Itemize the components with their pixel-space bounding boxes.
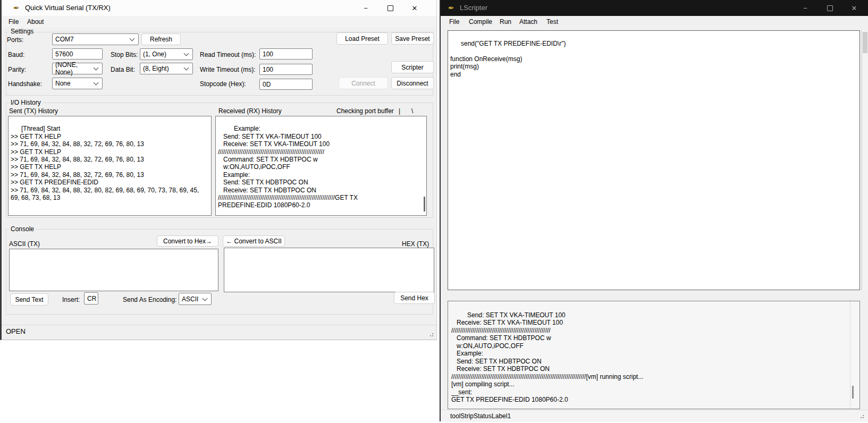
encoding-value: ASCII [182, 295, 198, 303]
load-preset-button[interactable]: Load Preset [336, 32, 388, 45]
tx-history-label: Sent (TX) History [9, 107, 58, 115]
ports-label: Ports: [7, 36, 23, 44]
parity-label: Parity: [8, 66, 26, 73]
write-timeout-input[interactable]: 100 [259, 64, 313, 75]
statusbar-separator [2, 325, 439, 325]
close-button[interactable]: ✕ [842, 0, 866, 16]
scripter-button[interactable]: Scripter [391, 61, 434, 73]
editor-scrollbar-track[interactable] [862, 30, 868, 290]
close-button[interactable]: ✕ [402, 0, 427, 16]
window-quick-virtual-serial: ✒ Quick Virtual Serial (TX/RX) − ✕ File … [0, 0, 437, 340]
script-output-text: Send: SET TX VKA-TIMEOUT 100 Receive: SE… [451, 311, 643, 404]
rx-scrollbar-thumb[interactable] [424, 197, 425, 212]
chevron-down-icon [94, 65, 99, 71]
disconnect-button[interactable]: Disconnect [391, 77, 434, 89]
connect-button[interactable]: Connect [339, 77, 388, 89]
resize-grip[interactable] [430, 335, 431, 336]
convert-to-hex-button[interactable]: Convert to Hex→ [157, 235, 218, 247]
menu-attach[interactable]: Attach [519, 16, 537, 28]
handshake-label: Handshake: [8, 80, 42, 88]
console-group-label: Console [9, 225, 36, 233]
menubar: File Compile Run Attach Test [441, 16, 868, 28]
minimize-button[interactable]: − [353, 0, 378, 16]
ascii-tx-textarea[interactable] [9, 249, 218, 291]
spinner-char-2: \ [411, 107, 413, 115]
maximize-button[interactable] [378, 0, 402, 16]
tool-strip-status-label: toolStripStatusLabel1 [450, 412, 511, 420]
ascii-tx-label: ASCII (TX) [9, 240, 40, 248]
menu-about[interactable]: About [27, 16, 44, 28]
tx-history-text: [Thread] Start >> GET TX HELP >> 71, 69,… [11, 125, 201, 201]
hex-tx-textarea[interactable] [224, 248, 434, 292]
write-timeout-label: Write Timeout (ms): [200, 66, 255, 73]
chevron-down-icon [184, 51, 189, 56]
stop-bits-select[interactable]: (1, One) [140, 48, 193, 60]
menu-file[interactable]: File [449, 16, 459, 28]
menubar: File About [2, 16, 436, 28]
menu-file[interactable]: File [9, 16, 19, 28]
output-scrollbar-thumb[interactable] [852, 386, 854, 399]
window-title: LScripter [460, 4, 487, 12]
rx-history-box[interactable]: Example: Send: SET TX VKA-TIMEOUT 100 Re… [215, 116, 427, 216]
parity-value: (NONE, None) [55, 61, 94, 76]
script-editor[interactable]: send("GET TX PREDEFINE-EDID\r") function… [448, 30, 860, 290]
rx-history-text: Example: Send: SET TX VKA-TIMEOUT 100 Re… [218, 125, 358, 209]
spinner-char-1: | [399, 107, 400, 115]
handshake-value: None [55, 80, 71, 87]
save-preset-button[interactable]: Save Preset [391, 32, 434, 45]
menu-compile[interactable]: Compile [469, 16, 492, 28]
refresh-button[interactable]: Refresh [141, 33, 181, 45]
chevron-down-icon [94, 80, 99, 86]
convert-to-ascii-button[interactable]: ← Convert to ASCII [223, 235, 285, 247]
data-bit-select[interactable]: (8, Eight) [140, 63, 193, 74]
ports-select[interactable]: COM7 [52, 33, 139, 45]
editor-scrollbar-thumb[interactable] [863, 32, 867, 53]
data-bit-label: Data Bit: [111, 66, 135, 73]
send-text-button[interactable]: Send Text [10, 293, 48, 306]
tx-history-box[interactable]: [Thread] Start >> GET TX HELP >> 71, 69,… [8, 116, 212, 216]
window-title: Quick Virtual Serial (TX/RX) [25, 4, 111, 12]
rx-buffer-status: Checking port buffer [336, 107, 394, 115]
app-pen-icon: ✒ [13, 4, 20, 12]
menu-run[interactable]: Run [500, 16, 511, 28]
read-timeout-label: Read Timeout (ms): [200, 51, 256, 58]
output-scrollbar-divider [850, 301, 850, 409]
send-as-encoding-label: Send As Encoding: [123, 296, 176, 303]
menu-test[interactable]: Test [546, 16, 558, 28]
baud-label: Baud: [8, 51, 24, 58]
stop-bits-label: Stop Bits: [111, 51, 138, 58]
io-history-group-label: I/O History [9, 99, 43, 106]
port-status-text: OPEN [6, 328, 26, 335]
statusbar: toolStripStatusLabel1 [441, 410, 868, 422]
ports-value: COM7 [55, 36, 74, 43]
window-lscripter: ✒ LScripter − ✕ File Compile Run Attach … [440, 0, 868, 421]
hex-tx-label: HEX (TX) [402, 240, 429, 248]
insert-input[interactable]: CR [84, 292, 98, 304]
minimize-button[interactable]: − [793, 0, 818, 16]
send-hex-button[interactable]: Send Hex [394, 292, 435, 304]
baud-input[interactable]: 57600 [52, 48, 103, 60]
chevron-down-icon [184, 65, 189, 71]
rx-history-label: Received (RX) History [218, 107, 282, 115]
data-bit-value: (8, Eight) [143, 65, 169, 72]
script-output-box[interactable]: Send: SET TX VKA-TIMEOUT 100 Receive: SE… [448, 301, 860, 409]
stopcode-input[interactable]: 0D [259, 79, 313, 90]
settings-group-label: Settings [9, 28, 35, 35]
encoding-select[interactable]: ASCII [179, 293, 212, 305]
desktop: ✒ Quick Virtual Serial (TX/RX) − ✕ File … [0, 0, 868, 423]
handshake-select[interactable]: None [52, 78, 103, 89]
stopcode-label: Stopcode (Hex): [200, 80, 246, 88]
stopcode-value: 0D [263, 81, 271, 88]
read-timeout-input[interactable]: 100 [259, 48, 313, 60]
write-timeout-value: 100 [263, 66, 273, 73]
app-pen-icon: ✒ [448, 4, 454, 12]
insert-value: CR [87, 295, 96, 302]
chevron-down-icon [130, 36, 135, 41]
resize-grip[interactable] [861, 417, 862, 418]
insert-label: Insert: [62, 296, 80, 303]
script-text: send("GET TX PREDEFINE-EDID\r") function… [450, 40, 566, 78]
baud-value: 57600 [55, 50, 73, 58]
read-timeout-value: 100 [263, 50, 273, 58]
maximize-button[interactable] [818, 0, 842, 16]
parity-select[interactable]: (NONE, None) [52, 63, 103, 74]
